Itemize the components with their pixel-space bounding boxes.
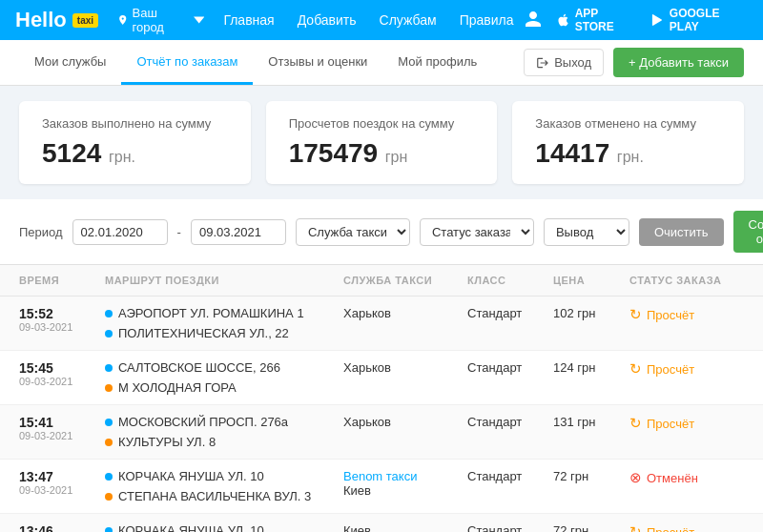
stat-completed-number: 5124 <box>42 138 101 168</box>
date-value: 09-03-2021 <box>19 376 105 387</box>
filters-section: Период - Служба такси Статус заказа Выво… <box>0 199 763 265</box>
add-taxi-button[interactable]: + Добавить такси <box>613 48 744 77</box>
service-cell: Киев <box>343 523 467 532</box>
from-point: КОРЧАКА ЯНУША УЛ. 10 <box>105 469 343 483</box>
tab-my-services[interactable]: Мои службы <box>19 41 121 85</box>
user-icon[interactable] <box>524 10 543 31</box>
class-cell: Стандарт <box>467 523 553 532</box>
date-to-input[interactable] <box>191 219 286 245</box>
stat-cancelled-label: Заказов отменено на сумму <box>535 116 721 131</box>
table-row: 15:45 09-03-2021 САЛТОВСКОЕ ШОССЕ, 266 М… <box>0 351 763 405</box>
route-cell: КОРЧАКА ЯНУША УЛ. 10 СТЕПАНА ВАСИЛЬЧЕНКА… <box>105 469 343 503</box>
google-play-button[interactable]: GOOGLE PLAY <box>650 7 748 33</box>
stats-section: Заказов выполнено на сумму 5124 грн. Про… <box>0 86 763 199</box>
stat-completed-value: 5124 грн. <box>42 138 228 169</box>
time-cell: 13:46 09-03-2021 <box>19 523 105 532</box>
clear-button[interactable]: Очистить <box>639 218 724 246</box>
logout-button[interactable]: Выход <box>524 49 604 76</box>
table-header: ВРЕМЯ МАРШРУТ ПОЕЗДКИ СЛУЖБА ТАКСИ КЛАСС… <box>0 265 763 297</box>
service-cell: Харьков <box>343 415 467 429</box>
stat-estimated-currency: грн <box>385 149 408 165</box>
logo-badge: taxi <box>72 13 98 28</box>
top-navigation: Hello taxi Ваш город Главная Добавить Сл… <box>0 0 763 40</box>
route-cell: КОРЧАКА ЯНУША УЛ. 10 СТЕПАНА ВАСИЛЬЧЕНКА… <box>105 523 343 532</box>
service-cell: Вenom таксиКиев <box>343 469 467 498</box>
th-time: ВРЕМЯ <box>19 275 105 286</box>
status-select[interactable]: Статус заказа <box>420 218 534 246</box>
from-address: КОРЧАКА ЯНУША УЛ. 10 <box>118 469 264 483</box>
from-address: АЭРОПОРТ УЛ. РОМАШКИНА 1 <box>118 306 304 320</box>
service-cell: Харьков <box>343 360 467 375</box>
class-cell: Стандарт <box>467 469 553 483</box>
orders-table: ВРЕМЯ МАРШРУТ ПОЕЗДКИ СЛУЖБА ТАКСИ КЛАСС… <box>0 265 763 532</box>
status-label: Отменён <box>647 471 698 485</box>
th-service: СЛУЖБА ТАКСИ <box>343 275 467 286</box>
price-cell: 72 грн <box>553 523 629 532</box>
service-select[interactable]: Служба такси <box>296 218 410 246</box>
price-cell: 102 грн <box>553 306 629 320</box>
location-icon <box>117 14 128 26</box>
service-name: Харьков <box>343 360 391 375</box>
stat-card-cancelled: Заказов отменено на сумму 14417 грн. <box>512 101 744 184</box>
tab-profile[interactable]: Мой профиль <box>382 41 492 85</box>
refresh-icon: ↻ <box>629 306 642 323</box>
from-point: АЭРОПОРТ УЛ. РОМАШКИНА 1 <box>105 306 343 320</box>
from-address: САЛТОВСКОЕ ШОССЕ, 266 <box>118 360 280 375</box>
city-selector[interactable]: Ваш город <box>117 6 204 34</box>
app-store-button[interactable]: APP STORE <box>556 7 637 33</box>
price-cell: 131 грн <box>553 415 629 429</box>
app-store-label: APP STORE <box>575 7 637 33</box>
time-value: 13:47 <box>19 469 105 484</box>
to-dot <box>105 330 113 338</box>
status-cell: ⊗ Отменён <box>629 469 744 486</box>
create-report-button[interactable]: Создать отчёт <box>733 211 763 253</box>
class-cell: Стандарт <box>467 415 553 429</box>
time-value: 15:45 <box>19 360 105 376</box>
date-value: 09-03-2021 <box>19 484 105 496</box>
status-cell: ↻ Просчёт <box>629 306 744 323</box>
status-label: Просчёт <box>647 525 694 533</box>
from-address: КОРЧАКА ЯНУША УЛ. 10 <box>118 523 264 532</box>
status-cell: ↻ Просчёт <box>629 523 744 532</box>
nav-home[interactable]: Главная <box>223 12 274 28</box>
time-value: 15:52 <box>19 306 105 321</box>
apple-icon <box>556 12 570 28</box>
stat-estimated-number: 175479 <box>289 138 378 168</box>
tab-orders-report[interactable]: Отчёт по заказам <box>121 41 253 85</box>
price-cell: 124 грн <box>553 360 629 375</box>
to-point: СТЕПАНА ВАСИЛЬЧЕНКА ВУЛ. 3 <box>105 489 343 503</box>
stat-completed-currency: грн. <box>109 149 135 165</box>
google-play-label: GOOGLE PLAY <box>670 7 748 33</box>
tab-reviews[interactable]: Отзывы и оценки <box>253 41 382 85</box>
service-name: Харьков <box>343 306 391 320</box>
period-label: Период <box>19 225 63 239</box>
date-from-input[interactable] <box>72 219 168 245</box>
to-dot <box>105 439 113 446</box>
from-dot <box>105 527 113 533</box>
stat-estimated-value: 175479 грн <box>289 138 475 169</box>
from-point: КОРЧАКА ЯНУША УЛ. 10 <box>105 523 343 532</box>
nav-services[interactable]: Службам <box>380 12 437 28</box>
person-icon <box>524 10 543 29</box>
logout-label: Выход <box>554 55 591 70</box>
time-value: 13:46 <box>19 523 105 532</box>
th-class: КЛАСС <box>467 275 553 286</box>
route-cell: МОСКОВСКИЙ ПРОСП. 276а КУЛЬТУРЫ УЛ. 8 <box>105 415 343 449</box>
output-select[interactable]: Вывод <box>544 218 629 246</box>
class-cell: Стандарт <box>467 306 553 320</box>
service-cell: Харьков <box>343 306 467 320</box>
status-label: Просчёт <box>647 308 694 322</box>
stat-estimated-label: Просчетов поездок на сумму <box>289 116 475 131</box>
price-cell: 72 грн <box>553 469 629 483</box>
nav-add[interactable]: Добавить <box>298 12 357 28</box>
status-cell: ↻ Просчёт <box>629 415 744 432</box>
service-link[interactable]: Вenom такси <box>343 469 417 483</box>
table-row: 13:47 09-03-2021 КОРЧАКА ЯНУША УЛ. 10 СТ… <box>0 460 763 514</box>
stat-cancelled-number: 14417 <box>535 138 609 168</box>
secondary-nav-tabs: Мои службы Отчёт по заказам Отзывы и оце… <box>19 41 524 85</box>
from-dot <box>105 310 113 317</box>
refresh-icon: ↻ <box>629 523 642 532</box>
stat-completed-label: Заказов выполнено на сумму <box>42 116 228 131</box>
nav-rules[interactable]: Правила <box>460 12 514 28</box>
nav-links: Главная Добавить Службам Правила <box>223 12 513 28</box>
